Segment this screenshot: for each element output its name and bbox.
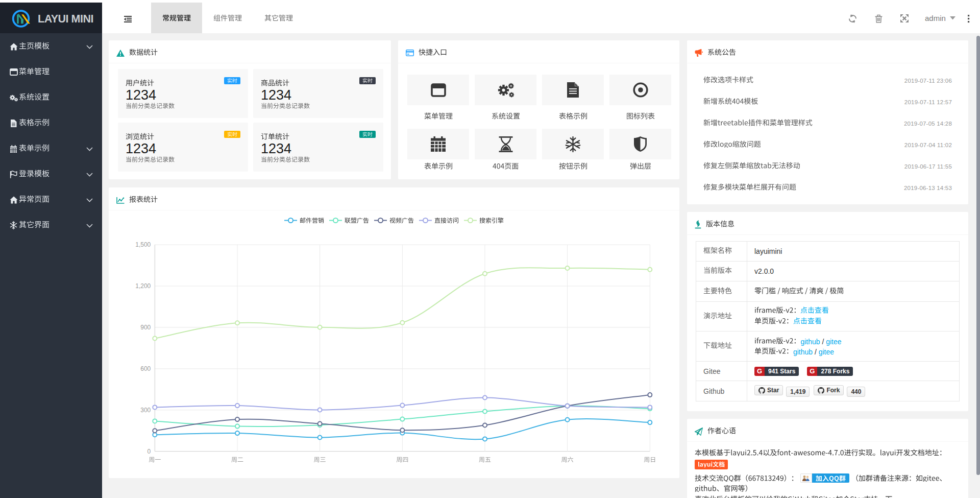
svg-text:900: 900 (140, 324, 151, 331)
svg-text:0: 0 (148, 448, 151, 455)
svg-text:1,200: 1,200 (135, 282, 151, 290)
svg-text:300: 300 (140, 407, 151, 414)
svg-text:600: 600 (140, 365, 151, 372)
svg-text:1,500: 1,500 (135, 241, 151, 248)
